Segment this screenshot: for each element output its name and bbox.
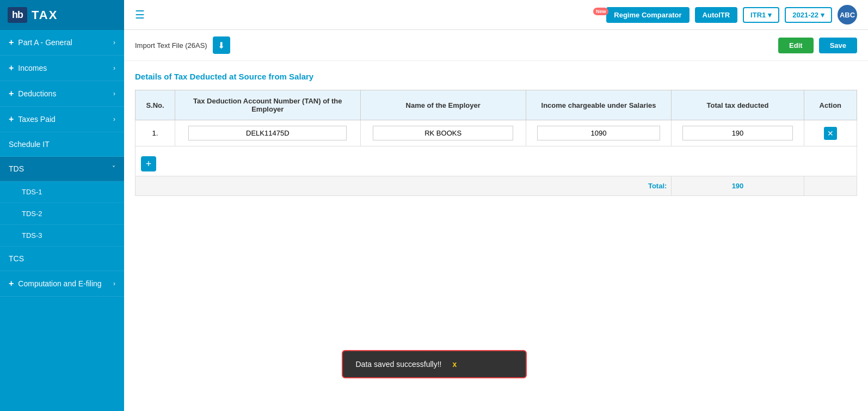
toast-close-button[interactable]: x [452, 360, 457, 369]
plus-icon: + [9, 89, 14, 99]
sidebar-item-label: Computation and E-filing [18, 279, 101, 288]
chevron-down-icon: ˅ [112, 165, 115, 173]
tds-table: S.No. Tax Deduction Account Number (TAN)… [135, 90, 857, 196]
logo-box: hb [8, 7, 27, 23]
add-row: + [136, 146, 857, 176]
toast-notification: Data saved successfully!! x [342, 350, 527, 378]
itr1-button[interactable]: ITR1 ▾ [743, 7, 779, 23]
cell-tan [175, 120, 360, 146]
total-value: 190 [672, 176, 804, 196]
plus-icon: + [9, 279, 14, 289]
chevron-right-icon: › [113, 39, 115, 46]
chevron-down-icon: ▾ [821, 11, 824, 19]
main-content: ☰ New Regime Comparator AutoITR ITR1 ▾ 2… [124, 0, 868, 411]
toolbar: Import Text File (26AS) ⬇ Edit Save [124, 30, 868, 61]
sidebar-sub-item-tds1[interactable]: TDS-1 [0, 181, 124, 203]
import-button[interactable]: ⬇ [213, 36, 230, 54]
sidebar-sub-item-tds2[interactable]: TDS-2 [0, 203, 124, 225]
col-employer: Name of the Employer [360, 90, 526, 120]
plus-icon: + [9, 114, 14, 124]
cell-action: ✕ [804, 120, 857, 146]
sidebar-item-tds[interactable]: TDS ˅ [0, 157, 124, 181]
total-row: Total: 190 [136, 176, 857, 196]
header: ☰ New Regime Comparator AutoITR ITR1 ▾ 2… [124, 0, 868, 30]
cell-tax [672, 120, 804, 146]
sidebar-item-label: Taxes Paid [18, 115, 55, 124]
auto-itr-button[interactable]: AutoITR [695, 7, 738, 23]
tan-input[interactable] [188, 126, 347, 140]
section-title: Details of Tax Deducted at Source from S… [135, 72, 857, 81]
download-icon: ⬇ [218, 40, 225, 51]
col-action: Action [804, 90, 857, 120]
sidebar-sub-label: TDS-1 [22, 188, 42, 196]
logo-tax: TAX [32, 8, 58, 22]
new-badge: New [593, 8, 609, 15]
sidebar-item-label: Schedule IT [9, 140, 50, 149]
total-label: Total: [136, 176, 672, 196]
sidebar: hb TAX + Part A - General › + Incomes › … [0, 0, 124, 411]
sidebar-item-label: Part A - General [18, 38, 72, 47]
chevron-right-icon: › [113, 64, 115, 72]
col-tax: Total tax deducted [672, 90, 804, 120]
col-tan: Tax Deduction Account Number (TAN) of th… [175, 90, 360, 120]
sidebar-item-label: Deductions [18, 89, 56, 98]
sidebar-item-computation[interactable]: + Computation and E-filing › [0, 271, 124, 297]
hamburger-icon[interactable]: ☰ [135, 8, 145, 21]
cell-employer [360, 120, 526, 146]
import-label: Import Text File (26AS) [135, 41, 207, 50]
col-sno: S.No. [136, 90, 175, 120]
sidebar-item-taxes-paid[interactable]: + Taxes Paid › [0, 107, 124, 132]
toast-message: Data saved successfully!! [356, 360, 442, 369]
year-button[interactable]: 2021-22 ▾ [785, 7, 832, 23]
logo: hb TAX [0, 0, 124, 30]
employer-input[interactable] [373, 126, 513, 140]
sidebar-item-part-a[interactable]: + Part A - General › [0, 30, 124, 56]
delete-button[interactable]: ✕ [824, 127, 837, 140]
plus-icon: + [9, 38, 14, 47]
sidebar-item-schedule-it[interactable]: Schedule IT [0, 132, 124, 157]
avatar[interactable]: ABC [838, 5, 857, 24]
sidebar-item-deductions[interactable]: + Deductions › [0, 81, 124, 107]
cell-sno: 1. [136, 120, 175, 146]
sidebar-sub-label: TDS-2 [22, 210, 42, 218]
chevron-down-icon: ▾ [768, 11, 772, 19]
income-input[interactable] [537, 126, 660, 140]
table-section: Details of Tax Deducted at Source from S… [124, 61, 868, 207]
tax-input[interactable] [682, 126, 793, 140]
chevron-right-icon: › [113, 280, 115, 287]
sidebar-item-tcs[interactable]: TCS [0, 247, 124, 271]
col-income: Income chargeable under Salaries [526, 90, 672, 120]
sidebar-item-label: TCS [9, 254, 24, 263]
chevron-right-icon: › [113, 90, 115, 97]
table-row: 1. ✕ [136, 120, 857, 146]
sidebar-item-label: TDS [9, 164, 24, 173]
sidebar-item-label: Incomes [18, 64, 47, 72]
chevron-right-icon: › [113, 115, 115, 123]
plus-icon: + [9, 63, 14, 73]
regime-comparator-button[interactable]: Regime Comparator [606, 7, 689, 23]
sidebar-sub-item-tds3[interactable]: TDS-3 [0, 225, 124, 247]
sidebar-sub-label: TDS-3 [22, 231, 42, 240]
save-button[interactable]: Save [819, 38, 857, 53]
cell-income [526, 120, 672, 146]
add-row-button[interactable]: + [141, 156, 156, 171]
edit-button[interactable]: Edit [778, 38, 814, 53]
sidebar-item-incomes[interactable]: + Incomes › [0, 56, 124, 81]
